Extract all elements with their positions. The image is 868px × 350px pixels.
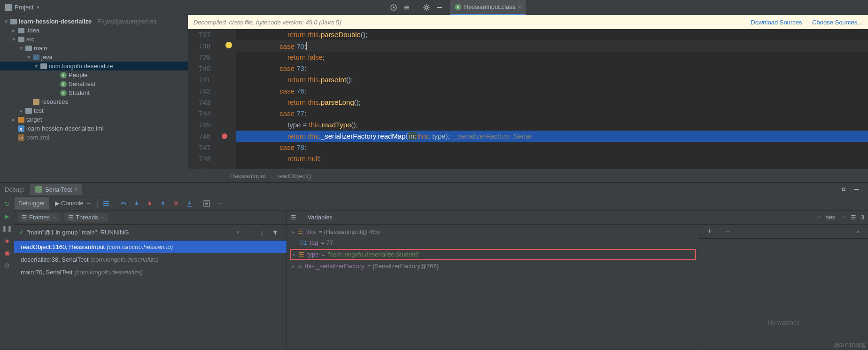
thread-selector[interactable]: ✓ "main"@1 in group "main": RUNNING xyxy=(19,229,236,236)
step-over-icon[interactable] xyxy=(117,197,130,210)
chevron-down-icon[interactable]: ▾ xyxy=(236,229,240,236)
close-icon[interactable]: × xyxy=(518,4,521,10)
minimize-icon[interactable] xyxy=(851,184,862,195)
prev-frame-icon[interactable]: ↑ xyxy=(243,226,255,239)
next-frame-icon[interactable]: ↓ xyxy=(256,226,268,239)
expand-icon[interactable]: » xyxy=(852,226,864,238)
evaluate-icon[interactable] xyxy=(201,197,213,210)
bulb-icon[interactable] xyxy=(225,42,232,48)
variables-panel: ☰ Variables ▸☰this = {HessianInput@765} … xyxy=(287,210,699,350)
download-sources-link[interactable]: Download Sources xyxy=(751,19,802,26)
view-breakpoints-icon[interactable]: ◉ xyxy=(2,248,12,257)
project-dropdown[interactable]: Project ▼ xyxy=(0,2,45,13)
trace-icon[interactable] xyxy=(214,197,226,210)
rerun-icon[interactable]: ↻ xyxy=(2,199,12,209)
folder-icon xyxy=(18,28,24,33)
chevron-down-icon: ▼ xyxy=(36,5,40,10)
frame-row[interactable]: main:70, SerialTest (com.longofo.deseria… xyxy=(14,266,287,279)
field-icon: ∞ xyxy=(298,263,302,270)
svg-point-6 xyxy=(842,188,845,191)
tree-item[interactable]: ijlearn-hession-deserialize.iml xyxy=(0,124,188,133)
svg-rect-7 xyxy=(854,189,859,190)
show-exec-icon[interactable] xyxy=(100,197,112,210)
gear-icon[interactable] xyxy=(838,184,849,195)
svg-point-3 xyxy=(425,6,428,9)
breakpoint-icon[interactable] xyxy=(222,133,227,139)
drop-frame-icon[interactable] xyxy=(170,197,182,210)
chevron-right-icon: ▸ xyxy=(292,263,295,270)
project-label: Project xyxy=(15,4,33,11)
filter-icon[interactable] xyxy=(269,226,281,239)
chevron-down-icon: ▾ xyxy=(4,18,8,25)
close-icon[interactable]: × xyxy=(75,187,78,192)
chevron-right-icon: ▸ xyxy=(11,116,16,123)
folder-icon xyxy=(10,19,17,24)
resume-icon[interactable]: ▶ xyxy=(2,211,12,221)
watches-empty: No watches xyxy=(699,239,868,350)
chevron-right-icon: ▸ xyxy=(293,251,296,258)
minimize-icon[interactable] xyxy=(434,2,445,13)
debug-run-config-tab[interactable]: SerialTest × xyxy=(30,184,83,195)
tree-item[interactable]: ▸target xyxy=(0,115,188,124)
resources-icon xyxy=(33,99,39,105)
tree-item-class[interactable]: cSerialTest xyxy=(0,79,188,88)
step-into-icon[interactable] xyxy=(131,197,143,210)
tree-item[interactable]: ▸test xyxy=(0,106,188,115)
add-watch-icon[interactable]: + xyxy=(704,226,716,238)
editor-tab[interactable]: c HessianInput.class × xyxy=(450,0,526,15)
maven-file-icon: m xyxy=(18,134,24,141)
var-row[interactable]: ▸∞this._serializerFactory = {SerializerF… xyxy=(287,261,699,272)
mute-breakpoints-icon[interactable]: ⊘ xyxy=(2,260,12,270)
frame-row[interactable]: readObject:1160, HessianInput (com.cauch… xyxy=(14,241,287,253)
tree-item[interactable]: mpom.xml xyxy=(0,133,188,142)
chevron-down-icon: ▾ xyxy=(11,36,16,43)
step-out-icon[interactable] xyxy=(157,197,169,210)
console-tab[interactable]: ▶Console → xyxy=(50,197,95,210)
gear-icon[interactable] xyxy=(421,2,432,13)
folder-icon xyxy=(25,108,32,114)
tree-item[interactable]: ▾src xyxy=(0,35,188,44)
tree-item[interactable]: resources xyxy=(0,97,188,106)
collapse-icon[interactable] xyxy=(401,2,412,13)
line-gutter: 737 738 739 740 741 742 743 744 745 746 … xyxy=(188,29,216,169)
variables-icon: ☰ xyxy=(291,214,296,221)
package-icon xyxy=(40,63,47,69)
debug-side-controls: ↻ ▶ ❚❚ ■ ◉ ⊘ xyxy=(0,196,14,350)
frames-panel: ☰Frames→ ☰Threads→ ✓ "main"@1 in group "… xyxy=(14,210,287,350)
tree-item-class[interactable]: cPeople xyxy=(0,70,188,79)
object-icon: ☰ xyxy=(299,251,304,258)
frames-dropdown[interactable]: ☰Frames→ xyxy=(18,213,60,222)
tree-item[interactable]: ▾main xyxy=(0,44,188,53)
choose-sources-link[interactable]: Choose Sources... xyxy=(812,19,862,26)
tree-item[interactable]: ▾java xyxy=(0,53,188,62)
debugger-tab[interactable]: Debugger xyxy=(15,197,49,210)
stop-icon[interactable]: ■ xyxy=(2,236,12,245)
var-row[interactable]: 01tag = 77 xyxy=(287,237,699,248)
tree-item[interactable]: ▸.idea xyxy=(0,26,188,35)
marker-gutter xyxy=(216,29,236,169)
class-file-icon: c xyxy=(455,4,461,10)
class-file-icon: c xyxy=(60,72,67,78)
tree-root[interactable]: ▾learn-hession-deserialize F:\java\javap… xyxy=(0,17,188,26)
var-row[interactable]: ▸☰this = {HessianInput@765} xyxy=(287,226,699,237)
svg-rect-4 xyxy=(437,7,442,8)
object-icon: ☰ xyxy=(298,228,303,235)
threads-dropdown[interactable]: ☰Threads→ xyxy=(64,213,108,222)
run-to-cursor-icon[interactable] xyxy=(183,197,195,210)
remove-watch-icon[interactable]: − xyxy=(721,226,734,238)
code-editor[interactable]: 737 738 739 740 741 742 743 744 745 746 … xyxy=(188,29,868,169)
svg-point-2 xyxy=(393,7,395,8)
var-row-highlighted[interactable]: ▸☰type = "com.longofo.deserialize.Studen… xyxy=(290,249,696,260)
tree-item-package[interactable]: ▾com.longofo.deserialize xyxy=(0,62,188,70)
force-step-into-icon[interactable] xyxy=(144,197,156,210)
folder-icon xyxy=(18,37,24,42)
watches-panel: →* hes →* ☰3 + − » No watches xyxy=(699,210,868,350)
tree-item-class[interactable]: cStudent xyxy=(0,88,188,97)
target-icon[interactable] xyxy=(388,2,399,13)
frame-row[interactable]: deserialize:38, SerialTest (com.longofo.… xyxy=(14,253,287,266)
project-icon xyxy=(5,4,12,11)
editor-tab-label: HessianInput.class xyxy=(464,3,515,10)
pause-icon[interactable]: ❚❚ xyxy=(2,224,12,233)
decompiled-banner: Decompiled .class file, bytecode version… xyxy=(188,15,868,29)
threads-icon: ☰ xyxy=(68,214,74,221)
